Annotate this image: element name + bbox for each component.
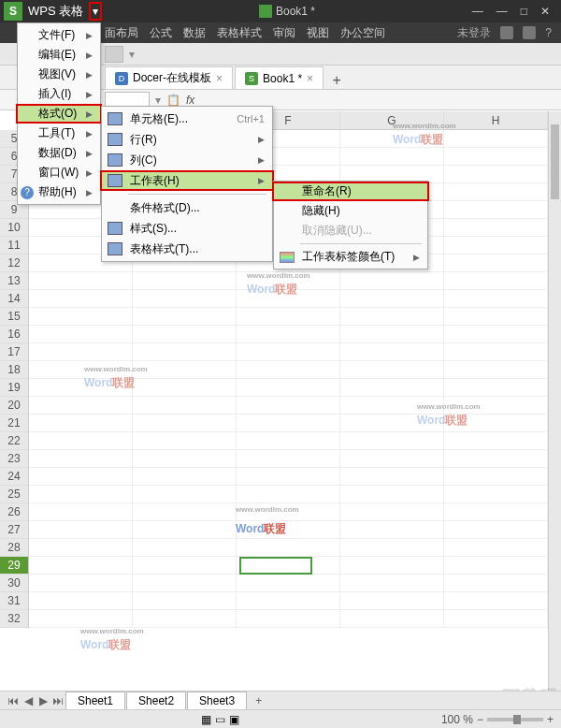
row-header[interactable]: 10: [0, 219, 29, 237]
nav-first[interactable]: ⏮: [6, 694, 21, 707]
row-header[interactable]: 32: [0, 610, 29, 628]
row-header[interactable]: 19: [0, 379, 29, 397]
grid-row[interactable]: [29, 521, 548, 539]
row-header[interactable]: 31: [0, 592, 29, 610]
row-header[interactable]: 14: [0, 290, 29, 308]
grid-row[interactable]: [29, 503, 548, 521]
row-header[interactable]: 12: [0, 255, 29, 272]
menu-item[interactable]: 插入(I)▶: [18, 84, 100, 104]
grid-row[interactable]: [29, 272, 548, 290]
row-header[interactable]: 29: [0, 557, 29, 575]
app-menu-dropdown[interactable]: ▾: [89, 2, 102, 21]
function-icon[interactable]: 📋: [166, 94, 180, 107]
grid-row[interactable]: [29, 592, 548, 610]
zoom-slider[interactable]: [487, 718, 543, 721]
skin-icon[interactable]: [523, 26, 536, 39]
view-break-icon[interactable]: ▣: [229, 713, 239, 726]
row-header[interactable]: 15: [0, 308, 29, 326]
grid-row[interactable]: [29, 397, 548, 415]
col-header[interactable]: H: [444, 111, 548, 129]
vertical-scrollbar[interactable]: [548, 111, 561, 691]
new-tab-button[interactable]: +: [325, 72, 348, 89]
sheet-tab[interactable]: Sheet2: [126, 692, 186, 710]
menu-item[interactable]: 单元格(E)...Ctrl+1: [102, 109, 272, 129]
row-header[interactable]: 26: [0, 503, 29, 521]
menu-tablestyle[interactable]: 表格样式: [217, 25, 262, 41]
menu-item[interactable]: 列(C)▶: [102, 150, 272, 170]
tab-docer[interactable]: D Docer-在线模板 ×: [105, 66, 233, 89]
row-header[interactable]: 22: [0, 432, 29, 450]
menu-item[interactable]: 视图(V)▶: [18, 65, 100, 84]
zoom-in-button[interactable]: +: [547, 713, 554, 726]
grid-row[interactable]: [29, 326, 548, 343]
close-button[interactable]: ✕: [540, 5, 550, 18]
scrollbar-thumb[interactable]: [551, 124, 559, 199]
row-header[interactable]: 23: [0, 450, 29, 468]
grid-row[interactable]: [29, 379, 548, 397]
tab-book1[interactable]: S Book1 * ×: [235, 66, 324, 89]
menu-item[interactable]: 条件格式(D)...: [102, 197, 272, 218]
row-header[interactable]: 28: [0, 539, 29, 557]
grid-row[interactable]: [29, 610, 548, 628]
row-header[interactable]: 16: [0, 326, 29, 343]
view-normal-icon[interactable]: ▦: [201, 713, 211, 726]
fx-label[interactable]: fx: [186, 94, 194, 107]
row-header[interactable]: 18: [0, 361, 29, 379]
grid-row[interactable]: [29, 415, 548, 432]
zoom-label[interactable]: 100 %: [441, 713, 473, 726]
menu-item[interactable]: 文件(F)▶: [18, 25, 100, 45]
grid-row[interactable]: [29, 290, 548, 308]
add-sheet-button[interactable]: +: [248, 694, 269, 707]
grid-row[interactable]: [29, 432, 548, 450]
menu-layout[interactable]: 面布局: [105, 25, 138, 41]
grid-row[interactable]: [29, 308, 548, 326]
row-header[interactable]: 20: [0, 397, 29, 415]
grid-row[interactable]: [29, 361, 548, 379]
menu-item[interactable]: 工具(T)▶: [18, 124, 100, 143]
menu-item[interactable]: 数据(D)▶: [18, 143, 100, 163]
menu-item[interactable]: 重命名(R): [272, 182, 429, 201]
close-icon[interactable]: ×: [216, 72, 223, 85]
row-header[interactable]: 13: [0, 272, 29, 290]
col-header[interactable]: G: [340, 111, 444, 129]
toolbar-btn[interactable]: [105, 46, 123, 63]
nav-last[interactable]: ⏭: [50, 694, 65, 707]
grid-row[interactable]: [29, 468, 548, 486]
close-icon[interactable]: ×: [307, 72, 313, 85]
row-header[interactable]: 17: [0, 343, 29, 361]
grid-row[interactable]: [29, 486, 548, 503]
help-icon[interactable]: ?: [545, 26, 552, 39]
menu-item[interactable]: 工作表标签颜色(T)▶: [274, 247, 427, 267]
view-page-icon[interactable]: ▭: [215, 713, 225, 726]
menu-item[interactable]: 表格样式(T)...: [102, 239, 272, 259]
menu-data[interactable]: 数据: [183, 25, 206, 41]
menu-view[interactable]: 视图: [307, 25, 329, 41]
row-header[interactable]: 30: [0, 575, 29, 592]
nav-prev[interactable]: ◀: [21, 694, 36, 707]
grid-row[interactable]: [29, 450, 548, 468]
menu-item[interactable]: 工作表(H)▶: [100, 170, 274, 191]
grid-row[interactable]: [29, 575, 548, 592]
menu-item[interactable]: 窗口(W)▶: [18, 163, 100, 182]
active-cell[interactable]: [239, 557, 312, 575]
row-header[interactable]: 24: [0, 468, 29, 486]
zoom-out-button[interactable]: −: [477, 713, 483, 726]
menu-item[interactable]: 样式(S)...: [102, 218, 272, 239]
grid-row[interactable]: [29, 539, 548, 557]
menu-item[interactable]: ?帮助(H)▶: [18, 182, 100, 202]
row-header[interactable]: 25: [0, 486, 29, 503]
function-dropdown-icon[interactable]: ▾: [155, 94, 161, 107]
menu-item[interactable]: 行(R)▶: [102, 129, 272, 150]
sheet-tab[interactable]: Sheet3: [187, 692, 247, 710]
menu-office[interactable]: 办公空间: [340, 25, 385, 41]
settings-icon[interactable]: [500, 26, 513, 39]
sheet-tab[interactable]: Sheet1: [65, 692, 125, 710]
maximize-button[interactable]: □: [521, 5, 527, 18]
nav-next[interactable]: ▶: [36, 694, 50, 707]
menu-item[interactable]: 格式(O)▶: [16, 104, 102, 124]
menu-item[interactable]: 编辑(E)▶: [18, 45, 100, 65]
restore-down-button[interactable]: —: [472, 5, 483, 18]
row-header[interactable]: 27: [0, 521, 29, 539]
menu-item[interactable]: 隐藏(H): [274, 201, 427, 221]
row-header[interactable]: 21: [0, 415, 29, 432]
